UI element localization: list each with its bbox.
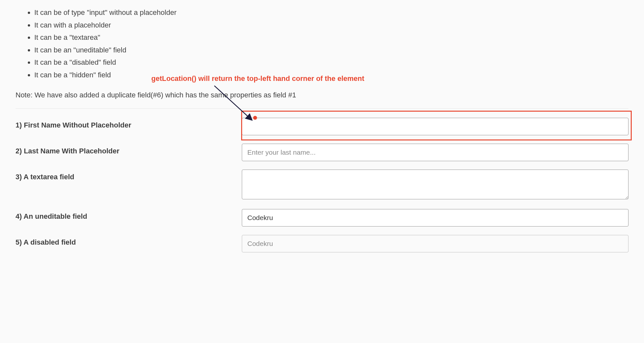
disabled-field xyxy=(242,235,628,252)
field-label-2: 2) Last Name With Placeholder xyxy=(16,144,242,155)
form-row-2: 2) Last Name With Placeholder xyxy=(16,144,628,161)
bullet-item: It can be of type "input" without a plac… xyxy=(34,6,628,19)
form-row-3: 3) A textarea field xyxy=(16,170,628,201)
uneditable-field[interactable] xyxy=(242,209,628,227)
field-label-1: 1) First Name Without Placeholder xyxy=(16,118,242,129)
first-name-input[interactable] xyxy=(242,118,628,135)
bullet-item: It can be a "disabled" field xyxy=(34,56,628,69)
field-label-5: 5) A disabled field xyxy=(16,235,242,247)
note-text: Note: We have also added a duplicate fie… xyxy=(16,91,628,99)
textarea-field[interactable] xyxy=(242,170,628,199)
last-name-input[interactable] xyxy=(242,144,628,161)
bullet-item: It can be an "uneditable" field xyxy=(34,44,628,57)
divider xyxy=(16,108,628,109)
field-label-4: 4) An uneditable field xyxy=(16,209,242,221)
intro-list: It can be of type "input" without a plac… xyxy=(34,6,628,81)
field-label-3: 3) A textarea field xyxy=(16,170,242,181)
form-row-5: 5) A disabled field xyxy=(16,235,628,252)
bullet-item: It can with a placeholder xyxy=(34,19,628,32)
location-dot-icon xyxy=(253,116,257,120)
form-row-1: 1) First Name Without Placeholder xyxy=(16,118,628,135)
bullet-item: It can be a "textarea" xyxy=(34,31,628,44)
annotation-text: getLocation() will return the top-left h… xyxy=(151,74,364,83)
form-row-4: 4) An uneditable field xyxy=(16,209,628,227)
